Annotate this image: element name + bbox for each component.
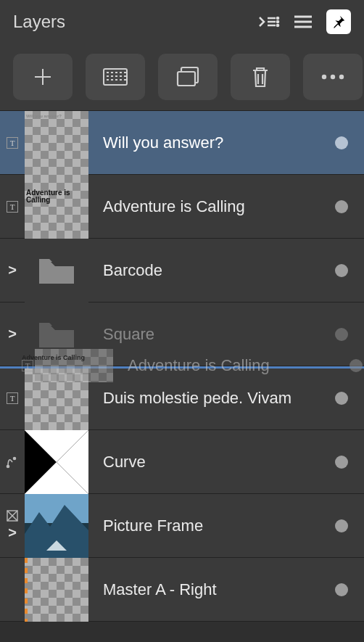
panel-header: Layers [0,0,364,44]
text-layer-badge: T [7,137,18,149]
visibility-toggle[interactable] [335,456,348,469]
ghost-thumbnail: Adventure is Calling [35,349,113,382]
thumbnail-preview-text: Adventure is Calling [26,189,88,205]
visibility-toggle[interactable] [335,392,348,405]
delete-button[interactable] [231,54,290,100]
svg-point-20 [339,75,344,79]
svg-point-3 [277,17,278,19]
layer-gutter [0,456,25,469]
layer-name[interactable]: Master A - Right [88,580,319,599]
folder-icon [36,318,77,350]
layer-row[interactable]: Master A - Right [0,558,364,622]
layer-row[interactable]: T Adventure is Calling Adventure is Call… [0,175,364,239]
layer-thumbnail[interactable] [25,494,88,558]
layer-row[interactable]: Curve [0,430,364,494]
ghost-layer-name: Adventure is Calling [113,356,349,375]
svg-point-5 [277,25,278,26]
layer-thumbnail[interactable]: Adventure is Calling [25,175,88,239]
layer-name[interactable]: Adventure is Calling [88,197,319,216]
layer-gutter: T [0,201,25,213]
visibility-toggle[interactable] [335,583,348,596]
master-edge-indicator [25,558,28,622]
svg-point-18 [322,75,326,79]
thumbnail-preview-text: Will you answer? [26,114,62,118]
add-layer-button[interactable] [13,54,73,100]
layers-toolbar [0,44,364,111]
svg-rect-15 [178,72,195,86]
layer-name[interactable]: Picture Frame [88,517,319,535]
svg-point-22 [14,457,16,459]
layers-list: T Will you answer? Will you answer? T Ad… [0,111,364,622]
menu-icon[interactable] [293,14,313,30]
mask-button[interactable] [86,54,145,100]
group-button[interactable] [158,54,218,100]
visibility-toggle[interactable] [335,264,348,277]
layer-thumbnail[interactable] [25,239,88,303]
layer-gutter: T [0,137,25,149]
visibility-toggle[interactable] [335,519,348,532]
header-actions [258,9,351,34]
curve-layer-badge [6,456,19,469]
svg-point-19 [331,75,335,79]
layer-gutter: > [0,326,25,342]
text-layer-badge: T [7,201,18,213]
picture-preview-icon [25,494,88,558]
expand-toggle[interactable]: > [8,524,17,541]
thumbnail-preview-text: Adventure is Calling [22,355,85,361]
layer-gutter: > [0,262,25,279]
layer-thumbnail[interactable]: Will you answer? [25,111,88,175]
layer-gutter: > [0,510,25,541]
layer-row[interactable]: > Barcode [0,239,364,303]
drag-ghost: T Adventure is Calling Adventure is Call… [20,349,364,382]
svg-marker-23 [25,430,57,494]
text-layer-badge: T [7,392,18,404]
visibility-toggle[interactable] [335,328,348,341]
collapse-icon[interactable] [258,13,280,30]
ghost-visibility-dot [349,359,363,372]
folder-icon [36,255,77,287]
picture-layer-badge [7,510,18,522]
layer-gutter: T [0,392,25,404]
layer-name[interactable]: Curve [88,453,319,472]
layer-name[interactable]: Barcode [88,261,319,280]
layer-row[interactable]: > Picture Frame [0,494,364,558]
panel-title: Layers [13,12,258,32]
svg-point-21 [7,465,9,467]
more-button[interactable] [303,54,363,100]
layer-name[interactable]: Will you answer? [88,133,319,152]
visibility-toggle[interactable] [335,136,348,149]
pin-button[interactable] [326,9,351,34]
layer-row[interactable]: T Will you answer? Will you answer? [0,111,364,175]
layer-name[interactable]: Square [88,325,319,344]
visibility-toggle[interactable] [335,200,348,213]
expand-toggle[interactable]: > [8,326,17,342]
layer-name[interactable]: Duis molestie pede. Vivam [88,389,319,408]
layer-thumbnail[interactable] [25,430,88,494]
curve-preview-icon [25,430,88,494]
svg-point-4 [277,21,278,22]
expand-toggle[interactable]: > [8,262,17,279]
layer-thumbnail[interactable] [25,558,88,622]
